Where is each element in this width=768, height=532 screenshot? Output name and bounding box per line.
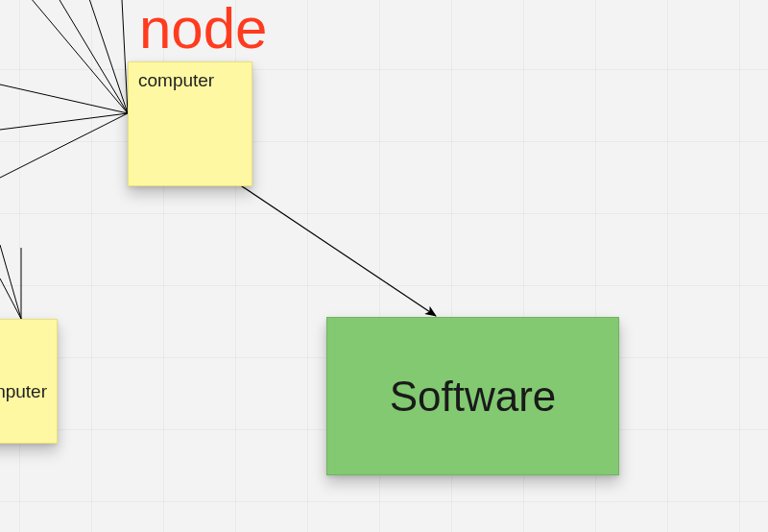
edge-line: [0, 278, 21, 319]
edge-line: [120, 0, 128, 113]
edge-line: [0, 113, 128, 130]
diagram-canvas[interactable]: computer nputer Software node: [0, 0, 768, 532]
edge-line: [0, 0, 128, 113]
node-label: computer: [138, 70, 214, 91]
node-computer-top[interactable]: computer: [128, 61, 252, 186]
edge-line: [77, 0, 128, 113]
node-computer-bottom[interactable]: nputer: [0, 319, 58, 444]
node-label: nputer: [0, 381, 47, 402]
edge-line: [36, 0, 128, 113]
edge-line: [0, 85, 128, 113]
edge-line: [0, 245, 21, 319]
edge-arrow: [236, 182, 436, 316]
annotation-node-text: node: [139, 0, 267, 58]
edge-line: [0, 113, 128, 178]
node-label: Software: [390, 373, 557, 421]
node-software[interactable]: Software: [326, 317, 619, 475]
